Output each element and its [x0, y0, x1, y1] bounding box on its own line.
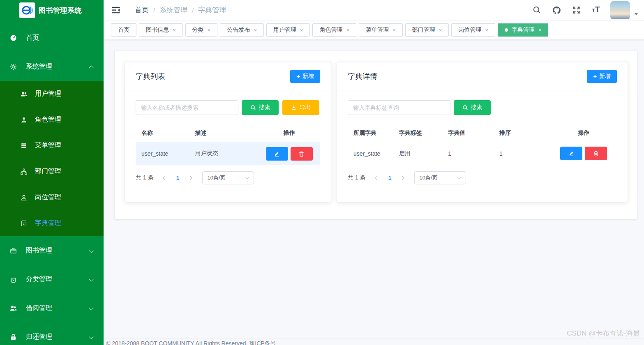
- dict-detail-search-input[interactable]: [348, 100, 450, 115]
- dict-list-title: 字典列表: [136, 71, 165, 81]
- dict-list-search-input[interactable]: [136, 100, 238, 115]
- chevron-left-icon: [375, 176, 379, 180]
- dict-list-header: 字典列表 新增: [125, 62, 331, 90]
- breadcrumb-dictionary[interactable]: 字典管理: [198, 5, 226, 15]
- user-avatar[interactable]: [610, 1, 630, 19]
- page-number[interactable]: 1: [383, 175, 397, 181]
- users-icon: [20, 90, 28, 98]
- sidebar-item-books[interactable]: 图书管理: [0, 236, 104, 265]
- prev-page-button[interactable]: [372, 172, 383, 184]
- total-count: 共 1 条: [348, 174, 366, 182]
- breadcrumb-home[interactable]: 首页: [135, 5, 149, 15]
- sidebar-item-system[interactable]: 系统管理: [0, 52, 104, 81]
- tab-home[interactable]: 首页: [111, 23, 136, 37]
- sidebar-item-label: 分类管理: [26, 275, 52, 284]
- dict-detail-header: 字典详情 新增: [337, 62, 628, 90]
- dashboard-icon: [9, 34, 17, 42]
- bag-icon: [9, 275, 17, 283]
- app-logo-icon: [19, 2, 35, 18]
- pencil-icon: [274, 151, 280, 157]
- sidebar-item-label: 岗位管理: [35, 193, 61, 202]
- breadcrumb-system[interactable]: 系统管理: [159, 5, 187, 15]
- close-icon[interactable]: [346, 28, 349, 33]
- chevron-down-icon: [89, 248, 93, 253]
- sidebar-item-dictionary[interactable]: 字典管理: [0, 210, 104, 236]
- close-icon[interactable]: [254, 28, 257, 33]
- sidebar-item-departments[interactable]: 部门管理: [0, 159, 104, 184]
- close-icon[interactable]: [300, 28, 303, 33]
- font-size-icon[interactable]: TT: [591, 5, 601, 16]
- avatar-dropdown-caret-icon[interactable]: [634, 13, 638, 15]
- col-dict: 所属字典: [348, 129, 399, 137]
- active-dot: [505, 28, 508, 32]
- close-icon[interactable]: [173, 28, 176, 33]
- lock-icon: [9, 333, 17, 341]
- sidebar-item-borrow[interactable]: 借阅管理: [0, 294, 104, 322]
- tab-user-mgmt[interactable]: 用户管理: [266, 23, 310, 37]
- page-number[interactable]: 1: [171, 175, 185, 181]
- dict-list-body: 搜索 导出 名称 描述 操作 user_state 用户状态: [125, 90, 331, 184]
- plus-icon: [296, 73, 302, 80]
- sidebar-collapse-icon[interactable]: [111, 6, 122, 15]
- gear-icon: [9, 62, 17, 71]
- dict-detail-add-button[interactable]: 新增: [587, 70, 617, 83]
- close-icon[interactable]: [439, 28, 442, 33]
- chevron-down-icon: [457, 175, 461, 179]
- tab-position-mgmt[interactable]: 岗位管理: [451, 23, 495, 37]
- close-icon[interactable]: [538, 28, 542, 33]
- dict-detail-search-button[interactable]: 搜索: [454, 100, 491, 115]
- tab-menu-mgmt[interactable]: 菜单管理: [359, 23, 403, 37]
- chevron-down-icon: [89, 306, 93, 310]
- sidebar-item-label: 归还管理: [26, 333, 52, 341]
- edit-button[interactable]: [266, 147, 288, 161]
- fullscreen-icon[interactable]: [571, 5, 582, 16]
- tab-role-mgmt[interactable]: 角色管理: [312, 23, 356, 37]
- sidebar-item-label: 字典管理: [35, 219, 61, 228]
- github-icon[interactable]: [551, 5, 562, 16]
- breadcrumb-separator: /: [153, 7, 155, 14]
- sidebar-item-home[interactable]: 首页: [0, 23, 104, 52]
- table-row[interactable]: user_state 启用 1 1: [348, 142, 617, 165]
- app-logo[interactable]: 图书管理系统: [0, 0, 104, 21]
- prev-page-button[interactable]: [159, 172, 171, 184]
- sidebar-item-positions[interactable]: 岗位管理: [0, 184, 104, 210]
- dict-list-export-button[interactable]: 导出: [282, 100, 319, 115]
- sidebar-item-label: 图书管理: [26, 246, 52, 255]
- table-row[interactable]: user_state 用户状态: [136, 142, 320, 165]
- breadcrumb: 首页 / 系统管理 / 字典管理: [135, 5, 226, 15]
- close-icon[interactable]: [485, 28, 488, 33]
- tab-book-info[interactable]: 图书信息: [139, 23, 183, 37]
- close-icon[interactable]: [208, 28, 211, 33]
- close-icon[interactable]: [392, 28, 396, 33]
- sidebar-item-categories[interactable]: 分类管理: [0, 265, 104, 294]
- footer-divider: [104, 338, 644, 338]
- sidebar-item-roles[interactable]: 角色管理: [0, 107, 104, 133]
- chevron-up-icon: [89, 65, 93, 70]
- sidebar-item-menus[interactable]: 菜单管理: [0, 133, 104, 159]
- chevron-down-icon: [89, 334, 93, 339]
- page-size-select[interactable]: 10条/页: [202, 171, 254, 184]
- tab-announcement[interactable]: 公告发布: [220, 23, 264, 37]
- tab-dept-mgmt[interactable]: 部门管理: [405, 23, 449, 37]
- page-size-select[interactable]: 10条/页: [414, 171, 466, 184]
- footer-copyright: © 2018-2088 BOOT COMMUNITY All Rights Re…: [106, 340, 276, 345]
- search-icon[interactable]: [531, 5, 542, 16]
- tab-category[interactable]: 分类: [185, 23, 218, 37]
- download-icon: [291, 105, 297, 110]
- chevron-right-icon: [401, 176, 405, 180]
- next-page-button[interactable]: [185, 172, 196, 184]
- sidebar-item-users[interactable]: 用户管理: [0, 81, 104, 107]
- delete-button[interactable]: [585, 147, 607, 160]
- dict-list-add-button[interactable]: 新增: [290, 70, 320, 83]
- breadcrumb-separator: /: [192, 7, 194, 14]
- dict-list-search-button[interactable]: 搜索: [242, 100, 279, 115]
- sidebar-item-return[interactable]: 归还管理: [0, 322, 104, 345]
- edit-button[interactable]: [560, 147, 582, 160]
- tab-dictionary-mgmt[interactable]: 字典管理: [498, 23, 549, 37]
- cell-ops: [259, 147, 320, 161]
- sidebar-item-label: 用户管理: [35, 90, 61, 98]
- next-page-button[interactable]: [397, 172, 409, 184]
- person-outline-icon: [20, 193, 28, 202]
- delete-button[interactable]: [291, 147, 313, 161]
- menu-lines-icon: [20, 142, 28, 150]
